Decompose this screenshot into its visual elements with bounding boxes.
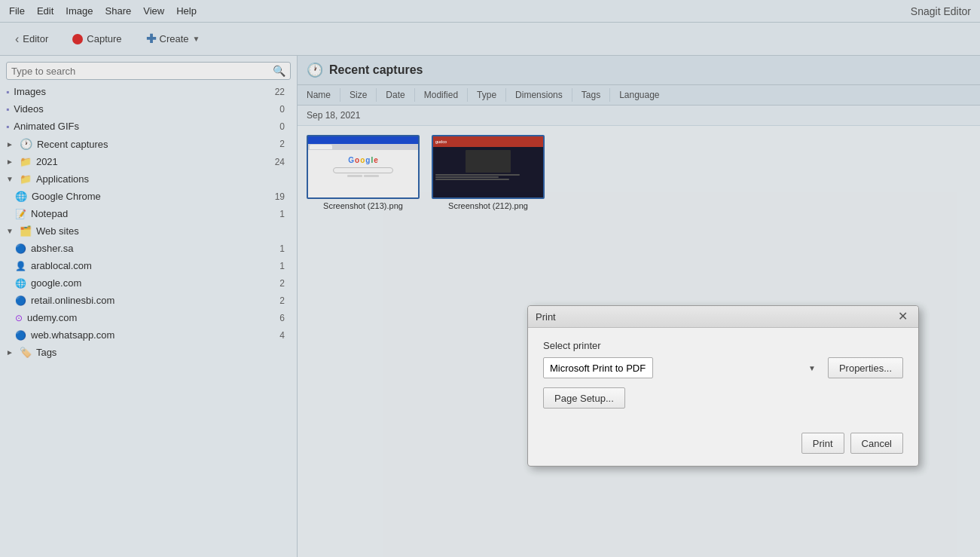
dialog-overlay: Print ✕ Select printer Microsoft Print t… [0,0,980,557]
page-setup-button[interactable]: Page Setup... [543,387,625,409]
cancel-button[interactable]: Cancel [850,433,903,454]
dialog-body: Select printer Microsoft Print to PDF ▼ … [528,328,918,427]
select-arrow-icon: ▼ [808,364,816,372]
dialog-close-button[interactable]: ✕ [895,311,911,323]
dialog-title: Print [536,311,556,323]
printer-select[interactable]: Microsoft Print to PDF [543,357,653,378]
page-setup-area: Page Setup... [543,387,903,409]
select-printer-label: Select printer [543,340,903,351]
printer-select-wrapper[interactable]: Microsoft Print to PDF ▼ [543,357,822,378]
print-button[interactable]: Print [801,433,844,454]
dialog-titlebar: Print ✕ [528,306,918,328]
dialog-footer: Print Cancel [528,427,918,466]
print-dialog: Print ✕ Select printer Microsoft Print t… [527,305,919,467]
printer-row: Microsoft Print to PDF ▼ Properties... [543,357,903,378]
properties-button[interactable]: Properties... [828,357,903,378]
